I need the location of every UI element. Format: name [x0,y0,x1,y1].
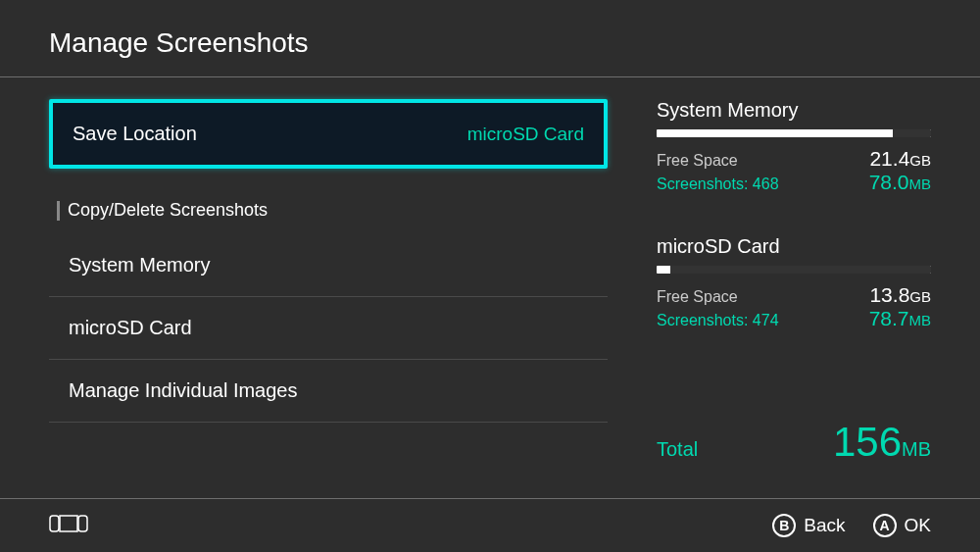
save-location-label: Save Location [73,123,197,145]
storage-total-label: Total [657,438,698,461]
svg-rect-1 [60,516,77,531]
storage-microsd-bar-fill [670,266,931,274]
back-button[interactable]: B Back [772,514,845,537]
storage-system-memory-bar-fill [893,129,931,137]
storage-microsd: microSD Card Free Space 13.8GB Screensho… [657,235,931,330]
storage-system-memory: System Memory Free Space 21.4GB Screensh… [657,99,931,194]
option-system-memory-label: System Memory [69,254,210,276]
storage-system-memory-free-value: 21.4GB [869,147,931,171]
footer-buttons: B Back A OK [772,514,931,537]
storage-microsd-bar [657,266,931,274]
option-system-memory[interactable]: System Memory [49,234,608,297]
section-bar-icon [57,201,60,221]
option-microsd-card[interactable]: microSD Card [49,297,608,360]
storage-microsd-screenshots-row: Screenshots: 474 78.7MB [657,307,931,330]
back-button-label: Back [804,515,845,536]
b-button-icon: B [772,514,796,537]
option-manage-label: Manage Individual Images [69,379,297,402]
main-column: Save Location microSD Card Copy/Delete S… [49,99,637,466]
svg-rect-2 [78,516,87,531]
page-header: Manage Screenshots [0,0,980,77]
storage-microsd-free-label: Free Space [657,288,738,306]
copy-delete-section-header: Copy/Delete Screenshots [49,171,608,234]
storage-microsd-screenshots-label: Screenshots: 474 [657,312,779,329]
storage-microsd-title: microSD Card [657,235,931,258]
storage-column: System Memory Free Space 21.4GB Screensh… [637,99,931,466]
ok-button-label: OK [905,515,931,536]
storage-system-memory-screenshots-row: Screenshots: 468 78.0MB [657,171,931,194]
svg-rect-0 [50,516,59,531]
page-title: Manage Screenshots [49,27,931,59]
ok-button[interactable]: A OK [873,514,931,537]
storage-microsd-screenshots-value: 78.7MB [869,307,931,330]
a-button-icon: A [873,514,897,537]
storage-system-memory-screenshots-label: Screenshots: 468 [657,176,779,193]
section-header-label: Copy/Delete Screenshots [68,200,268,221]
storage-system-memory-title: System Memory [657,99,931,122]
storage-system-memory-free-label: Free Space [657,152,738,170]
footer-bar: B Back A OK [0,498,980,552]
storage-microsd-free-value: 13.8GB [869,283,931,307]
storage-microsd-free-row: Free Space 13.8GB [657,283,931,307]
storage-total-row: Total 156MB [657,419,931,466]
content-area: Save Location microSD Card Copy/Delete S… [0,77,980,466]
option-manage-individual[interactable]: Manage Individual Images [49,360,608,423]
storage-system-memory-bar [657,129,931,137]
storage-system-memory-screenshots-value: 78.0MB [869,171,931,194]
console-icon [49,513,88,538]
save-location-value: microSD Card [467,124,584,145]
storage-total-value: 156MB [833,419,931,466]
save-location-row[interactable]: Save Location microSD Card [49,99,608,169]
storage-system-memory-free-row: Free Space 21.4GB [657,147,931,171]
option-microsd-label: microSD Card [69,317,192,339]
